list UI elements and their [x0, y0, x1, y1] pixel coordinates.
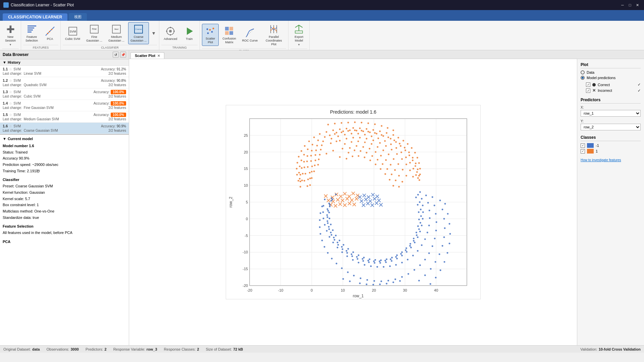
tab-view[interactable]: 视图 [69, 13, 87, 21]
data-browser-refresh[interactable]: ↺ [113, 52, 119, 58]
incorrect-checkbox-item[interactable]: ✓ ✕ Incorrect ✓ [586, 88, 641, 93]
svg-point-239 [360, 150, 361, 152]
response-classes-value: 2 [197, 347, 199, 351]
svg-point-375 [337, 244, 339, 246]
fine-gaussian-button[interactable]: Fine FineGaussian ... [84, 22, 105, 44]
y-predictor-select[interactable]: row_2 [581, 124, 641, 130]
svg-point-459 [383, 266, 384, 268]
history-item-1-1[interactable]: 1.1 ☆ SVM Accuracy: 91.2% Last change: L… [0, 66, 129, 77]
parallel-coords-button[interactable]: ParallelCoordinates Plot [261, 22, 286, 48]
svg-point-394 [405, 249, 406, 251]
expand-icon: ▼ [151, 31, 156, 36]
svg-point-124 [412, 160, 413, 161]
coarse-gaussian-button[interactable]: Coarse CoarseGaussian ... [128, 22, 149, 44]
svg-point-230 [311, 166, 313, 167]
plot-title: Predictions: model 1.6 [330, 109, 376, 115]
svg-point-262 [384, 173, 386, 175]
title-bar: Classification Learner - Scatter Plot ─ … [0, 0, 644, 10]
svg-point-418 [418, 211, 419, 213]
confusion-matrix-button[interactable]: ConfusionMatrix [220, 24, 238, 46]
svg-point-92 [411, 147, 412, 149]
train-button[interactable]: Train [181, 24, 198, 43]
svg-point-226 [398, 175, 400, 177]
class-neg1-checkbox[interactable]: ✓ [581, 143, 585, 148]
svg-point-458 [389, 265, 391, 267]
investigate-features-link[interactable]: How to investigate features [581, 158, 641, 162]
pca-button[interactable]: PCA [42, 24, 58, 43]
svg-point-91 [407, 143, 408, 145]
close-button[interactable]: ✕ [634, 2, 641, 8]
data-browser-pin[interactable]: 📌 [120, 52, 126, 58]
svg-point-255 [345, 158, 347, 160]
svg-point-430 [374, 259, 376, 261]
tab-classification-learner[interactable]: CLASSIFICATION LEARNER [3, 13, 67, 21]
svg-point-363 [401, 255, 403, 256]
window-controls[interactable]: ─ □ ✕ [619, 2, 641, 8]
svg-point-360 [414, 242, 415, 243]
export-model-button[interactable]: ExportModel ▼ [290, 22, 307, 48]
svg-point-25 [211, 31, 213, 33]
scatter-plot-tab-close[interactable]: ✕ [157, 54, 160, 58]
radio-data[interactable]: Data [581, 70, 641, 74]
preset: Coarse Gaussian SVM [15, 184, 53, 188]
current-model-toggle[interactable]: ▼ Current model [3, 137, 126, 141]
history-item-1-6[interactable]: 1.6 ☆ SVM Accuracy: 90.9% Last change: C… [0, 123, 129, 134]
svg-point-473 [322, 211, 324, 213]
history-item-1-3[interactable]: 1.3 ☆ SVM Accuracy: 100.0% Last change: … [0, 88, 129, 100]
svg-point-205 [382, 149, 384, 151]
svg-point-523 [448, 243, 450, 244]
svg-point-155 [337, 135, 339, 137]
svg-point-79 [332, 129, 334, 131]
svg-point-126 [416, 171, 418, 173]
correct-checkbox[interactable]: ✓ [586, 82, 590, 87]
svg-point-181 [359, 137, 361, 138]
svg-point-258 [364, 157, 365, 158]
svg-point-445 [425, 195, 427, 196]
svg-point-165 [400, 152, 402, 153]
advanced-button[interactable]: Advanced [161, 24, 179, 43]
incorrect-x-icon: ✕ [592, 88, 596, 93]
svg-text:row_1: row_1 [353, 294, 364, 298]
class-1-checkbox[interactable]: ✓ [581, 149, 585, 154]
svg-point-358 [419, 231, 421, 232]
radio-model-predictions[interactable]: Model predictions [581, 76, 641, 80]
x-predictor-select[interactable]: row_1 [581, 110, 641, 117]
correct-check-mark: ✓ [638, 82, 641, 87]
svg-point-489 [394, 279, 396, 280]
svg-point-225 [394, 169, 396, 171]
medium-gaussian-button[interactable]: Med MediumGaussian ... [106, 22, 127, 44]
history-item-1-5[interactable]: 1.5 ☆ SVM Accuracy: 100.0% Last change: … [0, 111, 129, 123]
status-observations: Observations: 3000 [47, 347, 79, 351]
svg-point-238 [354, 149, 355, 151]
history-item-1-2[interactable]: 1.2 ☆ SVM Accuracy: 90.8% Last change: Q… [0, 77, 129, 88]
cubic-svm-button[interactable]: SVM Cubic SVM [63, 24, 83, 43]
svg-point-278 [387, 127, 388, 129]
expand-classifier-button[interactable]: ▼ [150, 29, 157, 37]
new-session-button[interactable]: ➕ NewSession ▼ [2, 22, 19, 48]
history-header[interactable]: ▼ History [0, 59, 129, 66]
svg-point-110 [329, 134, 330, 136]
incorrect-checkbox[interactable]: ✓ [586, 88, 590, 93]
maximize-button[interactable]: □ [627, 2, 633, 8]
history-item-1-4[interactable]: 1.4 ☆ SVM Accuracy: 100.0% Last change: … [0, 100, 129, 111]
svg-point-405 [345, 250, 347, 252]
svg-point-233 [306, 185, 308, 187]
scatter-plot-tab[interactable]: Scatter Plot ✕ [130, 52, 164, 59]
svg-point-535 [349, 281, 351, 282]
svg-point-234 [330, 142, 331, 144]
svg-point-367 [379, 262, 381, 264]
feature-selection-button[interactable]: FeatureSelection [23, 22, 40, 44]
incorrect-label: Incorrect [598, 88, 612, 93]
scatter-plot-button[interactable]: ScatterPlot [202, 24, 219, 46]
correct-checkbox-item[interactable]: ✓ Correct ✓ [586, 82, 641, 87]
svg-point-357 [421, 225, 422, 226]
svg-point-7 [51, 29, 52, 30]
roc-curve-button[interactable]: ROC Curve [240, 26, 260, 44]
box-constraint: 1 [37, 203, 39, 207]
svg-point-159 [364, 134, 366, 135]
svg-point-397 [390, 258, 391, 260]
minimize-button[interactable]: ─ [619, 2, 626, 8]
svg-point-214 [307, 166, 308, 168]
data-browser-header: Data Browser ↺ 📌 [0, 50, 129, 59]
svg-point-263 [389, 179, 390, 181]
